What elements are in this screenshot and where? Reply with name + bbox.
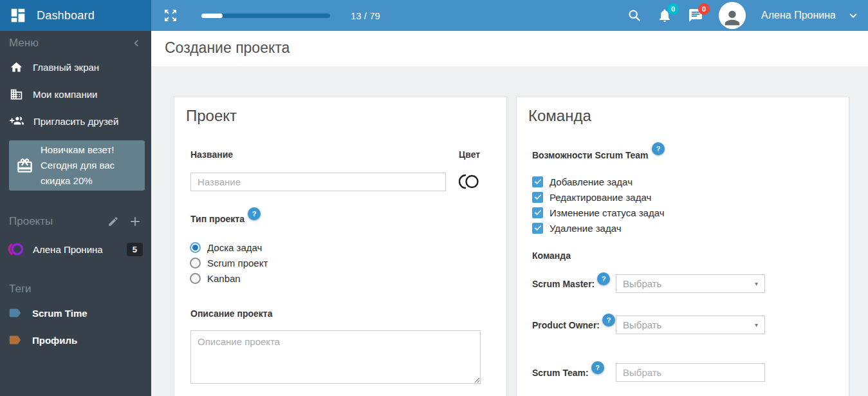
messages-badge: 0 — [698, 3, 710, 15]
gift-icon — [16, 157, 33, 174]
radio-label: Доска задач — [207, 242, 262, 253]
promo-line: скидка 20% — [41, 173, 115, 189]
scrum-team-help-icon[interactable]: ? — [591, 361, 604, 374]
checkbox-label: Удаление задач — [549, 223, 622, 234]
home-icon — [10, 61, 23, 74]
scrum-master-field: Scrum Master: ? Выбрать ▾ — [517, 274, 850, 293]
page-header: Создание проекта — [151, 31, 868, 66]
projects-section-header: Проекты — [0, 213, 151, 230]
projects-header-label: Проекты — [9, 215, 53, 228]
project-card-title: Проект — [186, 107, 237, 125]
radio-task-board[interactable]: Доска задач — [190, 241, 262, 254]
radio-label: Kanban — [207, 273, 241, 284]
promo-card[interactable]: Новичкам везет! Сегодня для вас скидка 2… — [9, 140, 145, 191]
select-placeholder: Выбрать — [623, 278, 661, 289]
product-owner-label: Product Owner: — [532, 320, 600, 330]
promo-line: Новичкам везет! — [41, 142, 115, 158]
user-name[interactable]: Алена Пронина — [761, 10, 836, 21]
chevron-down-icon[interactable] — [847, 10, 859, 21]
sidebar-tag-profile[interactable]: Профиль — [0, 329, 151, 351]
project-count-badge: 5 — [127, 243, 143, 256]
progress-label: 13 / 79 — [351, 10, 380, 21]
product-owner-help-icon[interactable]: ? — [602, 314, 615, 326]
project-type-help-icon[interactable]: ? — [248, 207, 261, 220]
progress-bar[interactable] — [201, 14, 330, 18]
promo-text: Новичкам везет! Сегодня для вас скидка 2… — [41, 142, 115, 189]
page-title: Создание проекта — [151, 31, 868, 57]
radio-scrum-project[interactable]: Scrum проект — [190, 256, 268, 269]
sidebar-project-item[interactable]: Алена Пронина 5 — [0, 238, 151, 260]
tag-label: Профиль — [32, 335, 77, 346]
sidebar-item-label: Мои компании — [33, 89, 97, 100]
project-name-input[interactable] — [190, 173, 446, 191]
team-card: Команда Возможности Scrum Team ? Добавле… — [516, 97, 849, 396]
brand-title[interactable]: Dashboard — [37, 9, 95, 23]
notifications-bell-icon[interactable]: 0 — [657, 8, 672, 23]
tag-icon — [8, 306, 22, 320]
menu-header: Меню — [0, 31, 151, 50]
progress-fill — [201, 14, 223, 18]
brand-header: Dashboard — [0, 0, 151, 31]
checkbox-label: Добавление задач — [549, 176, 633, 187]
radio-label: Scrum проект — [207, 258, 268, 269]
radio-kanban[interactable]: Kanban — [190, 272, 241, 285]
invite-friends-icon — [10, 114, 24, 128]
user-avatar[interactable] — [719, 2, 746, 29]
team-card-title: Команда — [528, 107, 591, 125]
project-type-label: Тип проекта — [190, 214, 245, 224]
tags-header-label: Теги — [9, 283, 32, 296]
sidebar-tag-scrum-time[interactable]: Scrum Time — [0, 302, 151, 324]
product-owner-field: Product Owner: ? Выбрать ▾ — [517, 316, 850, 334]
checkbox-delete-tasks[interactable]: Удаление задач — [532, 222, 622, 234]
team-label: Команда — [532, 250, 571, 261]
tag-icon — [8, 333, 22, 347]
scrum-master-label: Scrum Master: — [532, 279, 595, 289]
name-label: Название — [190, 149, 233, 160]
topbar-actions: 0 0 Алена Пронина — [627, 2, 868, 29]
permissions-help-icon[interactable]: ? — [652, 142, 665, 155]
edit-projects-pencil-icon[interactable] — [107, 216, 119, 227]
menu-header-label: Меню — [9, 37, 39, 50]
radio-icon — [190, 273, 201, 284]
sidebar-item-label: Главный экран — [33, 62, 99, 73]
sidebar: Меню Главный экран Мои компании Пригласи… — [0, 31, 151, 396]
notifications-badge: 0 — [667, 3, 679, 15]
checkbox-edit-tasks[interactable]: Редактирование задач — [532, 191, 651, 203]
scrum-team-label: Scrum Team: — [532, 368, 589, 378]
project-card: Проект Название Цвет Тип проекта ? Доска… — [174, 97, 507, 396]
project-logo-icon — [6, 241, 24, 258]
select-placeholder: Выбрать — [623, 319, 661, 330]
collapse-sidebar-icon[interactable] — [132, 39, 141, 48]
fullscreen-icon[interactable] — [163, 8, 178, 23]
sidebar-item-label: Пригласить друзей — [33, 116, 118, 127]
tags-section-header: Теги — [0, 281, 151, 297]
scrum-master-help-icon[interactable]: ? — [597, 272, 610, 285]
scrum-team-input[interactable] — [616, 363, 765, 382]
checkbox-label: Изменение статуса задач — [549, 207, 665, 218]
checkbox-add-tasks[interactable]: Добавление задач — [532, 175, 633, 188]
add-project-plus-icon[interactable] — [129, 215, 142, 228]
topbar: 13 / 79 0 0 Алена Пронина — [151, 0, 868, 31]
sidebar-item-invite-friends[interactable]: Пригласить друзей — [0, 108, 151, 135]
checkbox-checked-icon — [532, 207, 543, 218]
search-icon[interactable] — [627, 8, 642, 23]
checkbox-checked-icon — [532, 176, 543, 187]
checkbox-checked-icon — [532, 192, 543, 203]
product-owner-select[interactable]: Выбрать ▾ — [616, 316, 765, 334]
select-caret-icon: ▾ — [755, 321, 758, 328]
sidebar-item-companies[interactable]: Мои компании — [0, 80, 151, 108]
project-name: Алена Пронина — [33, 244, 103, 255]
messages-chat-icon[interactable]: 0 — [688, 8, 703, 23]
checkbox-change-status[interactable]: Изменение статуса задач — [532, 206, 665, 219]
select-caret-icon: ▾ — [755, 280, 758, 287]
sidebar-item-home[interactable]: Главный экран — [0, 53, 151, 80]
scrum-master-select[interactable]: Выбрать ▾ — [616, 274, 765, 293]
building-icon — [10, 88, 23, 101]
color-label: Цвет — [459, 149, 480, 160]
checkbox-label: Редактирование задач — [549, 192, 651, 203]
scrum-team-field: Scrum Team: ? — [517, 363, 850, 382]
checkbox-checked-icon — [532, 223, 543, 234]
dashboard-logo-icon[interactable] — [10, 7, 26, 24]
project-description-textarea[interactable] — [190, 330, 481, 384]
color-picker-icon[interactable] — [459, 173, 479, 191]
